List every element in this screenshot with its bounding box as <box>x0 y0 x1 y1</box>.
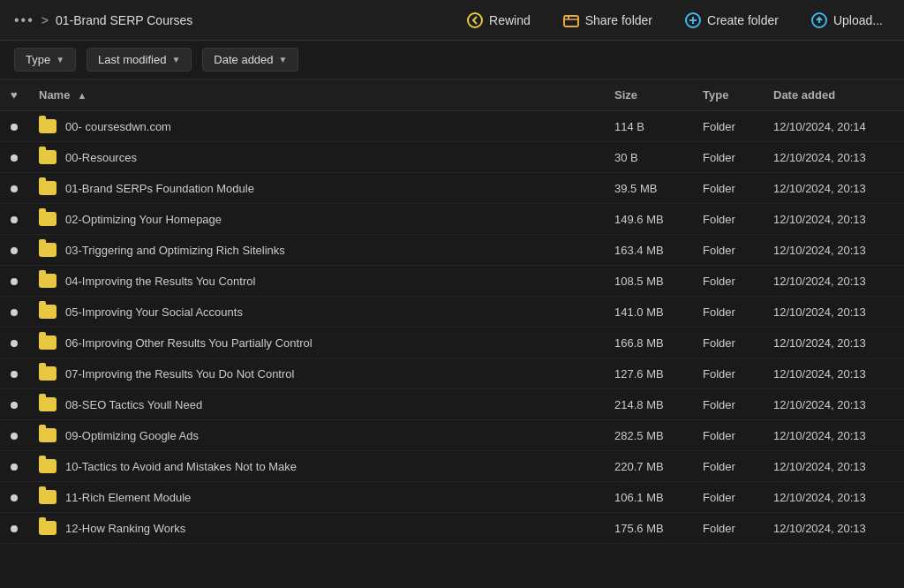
table-row[interactable]: 05-Improving Your Social Accounts 141.0 … <box>0 297 904 328</box>
table-row[interactable]: 07-Improving the Results You Do Not Cont… <box>0 358 904 389</box>
fav-dot <box>11 371 18 378</box>
favorite-cell[interactable] <box>0 358 28 389</box>
fav-dot <box>11 278 18 285</box>
folder-icon <box>39 305 56 319</box>
size-cell: 141.0 MB <box>604 297 692 328</box>
favorite-cell[interactable] <box>0 297 28 328</box>
favorite-cell[interactable] <box>0 235 28 266</box>
size-cell: 282.5 MB <box>604 420 692 451</box>
table-row[interactable]: 00- coursesdwn.com 114 B Folder 12/10/20… <box>0 111 904 142</box>
size-cell: 166.8 MB <box>604 328 692 358</box>
favorite-cell[interactable] <box>0 111 28 142</box>
create-icon <box>684 11 702 29</box>
last-modified-filter[interactable]: Last modified ▼ <box>87 48 192 72</box>
table-row[interactable]: 01-Brand SERPs Foundation Module 39.5 MB… <box>0 173 904 204</box>
table-row[interactable]: 04-Improving the Results You Control 108… <box>0 266 904 297</box>
name-cell[interactable]: 10-Tactics to Avoid and Mistakes Not to … <box>28 451 604 482</box>
folder-icon <box>39 150 56 164</box>
date-cell: 12/10/2024, 20:13 <box>763 358 904 389</box>
share-folder-button[interactable]: Share folder <box>555 8 659 33</box>
type-filter[interactable]: Type ▼ <box>14 48 76 72</box>
name-cell[interactable]: 00- coursesdwn.com <box>28 111 604 142</box>
heart-icon: ♥ <box>11 88 18 102</box>
favorite-cell[interactable] <box>0 204 28 235</box>
col-header-name[interactable]: Name ▲ <box>28 79 604 111</box>
table-row[interactable]: 00-Resources 30 B Folder 12/10/2024, 20:… <box>0 142 904 173</box>
name-cell[interactable]: 09-Optimizing Google Ads <box>28 420 604 451</box>
file-name: 06-Improving Other Results You Partially… <box>65 336 313 350</box>
breadcrumb-title: 01-Brand SERP Courses <box>56 13 192 27</box>
size-cell: 163.4 MB <box>604 235 692 266</box>
fav-dot <box>11 247 18 254</box>
folder-icon <box>39 119 56 133</box>
date-cell: 12/10/2024, 20:13 <box>763 235 904 266</box>
upload-button[interactable]: Upload... <box>803 8 890 33</box>
table-row[interactable]: 09-Optimizing Google Ads 282.5 MB Folder… <box>0 420 904 451</box>
date-cell: 12/10/2024, 20:14 <box>763 111 904 142</box>
favorite-cell[interactable] <box>0 451 28 482</box>
favorite-cell[interactable] <box>0 266 28 297</box>
share-icon <box>562 11 580 29</box>
file-name: 00-Resources <box>65 151 137 164</box>
name-cell[interactable]: 08-SEO Tactics Youll Need <box>28 389 604 420</box>
type-filter-label: Type <box>26 53 50 66</box>
file-name: 05-Improving Your Social Accounts <box>65 305 243 319</box>
col-header-type: Type <box>692 79 763 111</box>
favorite-cell[interactable] <box>0 328 28 358</box>
favorite-cell[interactable] <box>0 142 28 173</box>
top-bar-actions: Rewind Share folder Create folder <box>459 8 890 33</box>
table-row[interactable]: 03-Triggering and Optimizing Rich Siteli… <box>0 235 904 266</box>
file-name: 07-Improving the Results You Do Not Cont… <box>65 367 294 381</box>
name-cell[interactable]: 00-Resources <box>28 142 604 173</box>
file-name: 01-Brand SERPs Foundation Module <box>65 182 254 195</box>
folder-icon <box>39 397 56 411</box>
size-cell: 108.5 MB <box>604 266 692 297</box>
favorite-cell[interactable] <box>0 420 28 451</box>
date-added-filter[interactable]: Date added ▼ <box>202 48 298 72</box>
name-cell[interactable]: 05-Improving Your Social Accounts <box>28 297 604 328</box>
type-cell: Folder <box>692 358 763 389</box>
fav-dot <box>11 402 18 409</box>
date-cell: 12/10/2024, 20:13 <box>763 513 904 544</box>
type-cell: Folder <box>692 173 763 204</box>
size-cell: 149.6 MB <box>604 204 692 235</box>
type-cell: Folder <box>692 235 763 266</box>
table-row[interactable]: 06-Improving Other Results You Partially… <box>0 328 904 358</box>
create-folder-button[interactable]: Create folder <box>677 8 786 33</box>
name-cell[interactable]: 11-Rich Element Module <box>28 482 604 513</box>
upload-icon <box>810 11 828 29</box>
folder-icon <box>39 521 56 535</box>
fav-dot <box>11 309 18 316</box>
table-row[interactable]: 12-How Ranking Works 175.6 MB Folder 12/… <box>0 513 904 544</box>
rewind-button[interactable]: Rewind <box>459 8 538 33</box>
folder-icon <box>39 490 56 504</box>
table-row[interactable]: 11-Rich Element Module 106.1 MB Folder 1… <box>0 482 904 513</box>
size-cell: 30 B <box>604 142 692 173</box>
filter-bar: Type ▼ Last modified ▼ Date added ▼ <box>0 41 904 79</box>
name-cell[interactable]: 04-Improving the Results You Control <box>28 266 604 297</box>
name-cell[interactable]: 01-Brand SERPs Foundation Module <box>28 173 604 204</box>
name-cell[interactable]: 02-Optimizing Your Homepage <box>28 204 604 235</box>
folder-icon <box>39 335 56 350</box>
table-row[interactable]: 08-SEO Tactics Youll Need 214.8 MB Folde… <box>0 389 904 420</box>
nav-dots[interactable]: ••• <box>14 12 34 28</box>
fav-dot <box>11 464 18 471</box>
favorite-cell[interactable] <box>0 513 28 544</box>
name-cell[interactable]: 07-Improving the Results You Do Not Cont… <box>28 358 604 389</box>
favorite-cell[interactable] <box>0 482 28 513</box>
size-cell: 214.8 MB <box>604 389 692 420</box>
name-cell[interactable]: 03-Triggering and Optimizing Rich Siteli… <box>28 235 604 266</box>
file-name: 10-Tactics to Avoid and Mistakes Not to … <box>65 460 297 473</box>
size-cell: 114 B <box>604 111 692 142</box>
date-cell: 12/10/2024, 20:13 <box>763 328 904 358</box>
name-cell[interactable]: 06-Improving Other Results You Partially… <box>28 328 604 358</box>
file-table: ♥ Name ▲ Size Type Date added 00- c <box>0 79 904 544</box>
name-cell[interactable]: 12-How Ranking Works <box>28 513 604 544</box>
favorite-cell[interactable] <box>0 173 28 204</box>
size-cell: 175.6 MB <box>604 513 692 544</box>
table-row[interactable]: 02-Optimizing Your Homepage 149.6 MB Fol… <box>0 204 904 235</box>
file-name: 04-Improving the Results You Control <box>65 275 255 288</box>
table-row[interactable]: 10-Tactics to Avoid and Mistakes Not to … <box>0 451 904 482</box>
type-cell: Folder <box>692 111 763 142</box>
favorite-cell[interactable] <box>0 389 28 420</box>
